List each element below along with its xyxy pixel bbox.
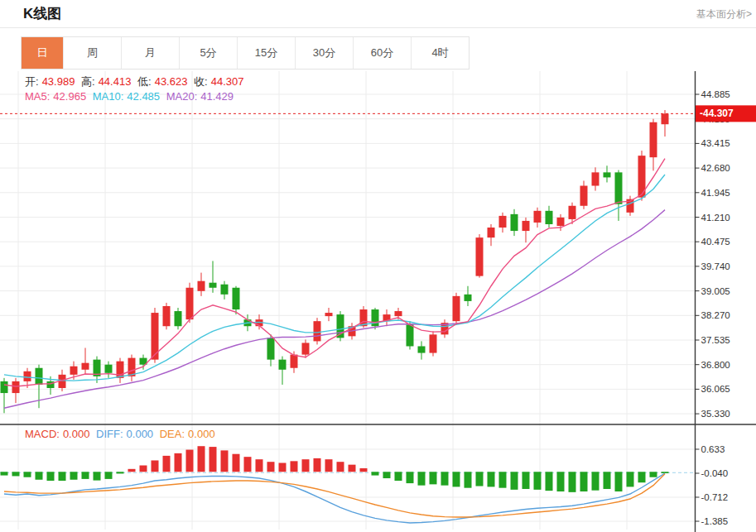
ohlc-legend: 开:43.989 高:44.413 低:43.623 收:44.307 — [25, 74, 247, 89]
candle — [580, 186, 588, 206]
macd-legend: MACD:0.000 DIFF:0.000 DEA:0.000 — [25, 428, 219, 440]
macd-bar — [488, 472, 495, 486]
ma20-line — [4, 210, 665, 409]
macd-bar — [349, 465, 356, 472]
candle — [12, 381, 20, 393]
svg-text:40.475: 40.475 — [701, 237, 730, 247]
macd-bar — [209, 447, 217, 472]
diff-line — [4, 473, 665, 523]
candle — [557, 218, 565, 226]
period-tab-5分[interactable]: 5分 — [179, 37, 237, 69]
macd-bar — [360, 468, 368, 472]
macd-bar — [128, 469, 136, 472]
macd-bar — [117, 472, 124, 473]
macd-bar — [36, 472, 43, 479]
open-value: 43.989 — [42, 75, 75, 88]
macd-bar — [569, 472, 576, 492]
macd-bar — [615, 472, 623, 491]
svg-text:35.330: 35.330 — [701, 409, 730, 419]
candle — [175, 311, 182, 326]
candle — [291, 355, 298, 368]
candle — [546, 211, 553, 224]
period-tab-4时[interactable]: 4时 — [411, 37, 469, 69]
candlesticks — [1, 110, 669, 413]
macd-bar — [407, 472, 414, 483]
current-price-tag: -44.307 — [696, 105, 756, 122]
macd-bar — [256, 459, 263, 472]
macd-bar — [383, 472, 391, 478]
candle — [209, 283, 217, 288]
macd-bar — [662, 472, 669, 473]
candle — [418, 346, 426, 352]
candle — [465, 295, 472, 301]
candle — [569, 206, 576, 219]
candle — [488, 228, 495, 237]
candle — [650, 122, 657, 157]
macd-bar — [82, 472, 89, 479]
macd-bar — [140, 466, 147, 472]
svg-text:-1.385: -1.385 — [701, 516, 729, 526]
candle — [534, 211, 542, 223]
period-tab-日[interactable]: 日 — [22, 37, 63, 69]
candle — [615, 172, 623, 204]
low-label: 低: — [137, 75, 152, 88]
candle — [522, 221, 530, 231]
macd-bar — [580, 472, 588, 491]
high-value: 44.413 — [99, 75, 132, 88]
svg-text:39.005: 39.005 — [701, 286, 730, 296]
period-tab-60分[interactable]: 60分 — [353, 37, 411, 69]
macd-bar — [430, 472, 437, 484]
candle — [407, 324, 414, 346]
candle — [267, 338, 275, 359]
macd-bar — [592, 472, 600, 490]
macd-bar — [627, 472, 634, 486]
macd-bar — [534, 472, 542, 490]
candle — [395, 311, 402, 316]
candle — [279, 360, 287, 370]
macd-bar — [557, 472, 565, 491]
high-label: 高: — [81, 75, 95, 88]
macd-bar — [522, 472, 530, 489]
candle — [36, 368, 43, 385]
candle — [592, 172, 600, 185]
macd-bar — [244, 457, 252, 472]
ma10-value: 42.485 — [127, 90, 160, 103]
macd-bar — [441, 472, 449, 485]
svg-text:41.945: 41.945 — [701, 188, 730, 198]
candle — [511, 214, 518, 231]
macd-bar — [279, 463, 287, 472]
macd-label: MACD: — [25, 428, 60, 440]
svg-text:37.535: 37.535 — [701, 335, 730, 345]
svg-text:41.210: 41.210 — [701, 213, 730, 223]
grid-lines — [0, 71, 696, 530]
macd-bar — [476, 472, 484, 486]
svg-text:43.415: 43.415 — [701, 138, 730, 148]
ma-legend: MA5:42.965 MA10:42.485 MA20:41.429 — [25, 90, 237, 103]
macd-bar — [59, 472, 66, 481]
period-tab-30分[interactable]: 30分 — [295, 37, 353, 69]
y-axis-labels: 44.88544.15043.41542.68041.94541.21040.4… — [696, 89, 730, 526]
macd-bar — [395, 472, 402, 481]
svg-text:-0.040: -0.040 — [701, 468, 729, 478]
macd-bar — [221, 450, 229, 472]
macd-bar — [372, 472, 379, 475]
macd-bar — [418, 472, 426, 485]
dea-label: DEA: — [160, 428, 185, 440]
macd-bar — [163, 456, 171, 472]
candle — [453, 296, 460, 321]
macd-value: 0.000 — [63, 428, 90, 440]
period-tab-月[interactable]: 月 — [121, 37, 179, 69]
candle — [186, 288, 194, 319]
period-tab-周[interactable]: 周 — [63, 37, 121, 69]
macd-bar — [267, 462, 275, 472]
macd-bar — [24, 472, 31, 477]
svg-text:44.885: 44.885 — [701, 89, 730, 99]
diff-value: 0.000 — [127, 428, 154, 440]
macd-bar — [1, 472, 8, 475]
macd-bar — [499, 472, 507, 487]
period-tab-15分[interactable]: 15分 — [237, 37, 295, 69]
period-tab-bar: 日周月5分15分30分60分4时 — [21, 36, 469, 69]
macd-bar — [186, 450, 194, 472]
svg-text:36.800: 36.800 — [701, 360, 730, 370]
candle — [24, 371, 31, 381]
